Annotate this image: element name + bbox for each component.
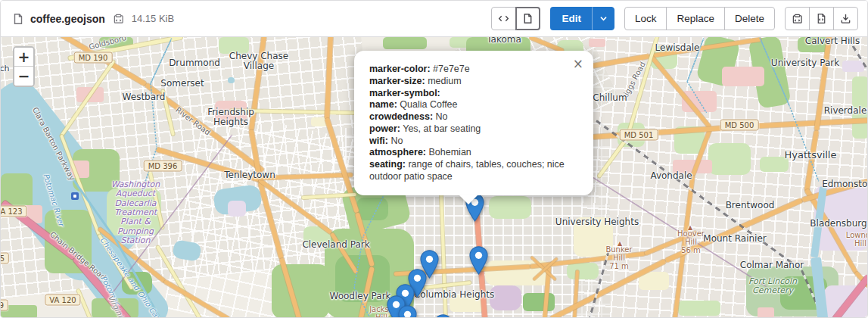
raw-actions-group: [785, 7, 858, 30]
edit-dropdown-button[interactable]: [593, 7, 614, 30]
route-shield: MD 501: [620, 129, 658, 141]
chevron-down-icon: [599, 14, 608, 23]
map-marker-pin[interactable]: [434, 314, 453, 318]
popup-tail: [459, 195, 478, 204]
map-landuse-patch: [678, 301, 720, 316]
route-shield: A 123: [1, 206, 27, 217]
place-label: ▲: [688, 225, 692, 232]
map-canvas[interactable]: MD 190MD 396MD 500MD 501A 123VA 12059 Go…: [1, 37, 868, 318]
map-landuse-patch: [758, 307, 774, 318]
place-label: Lewisdale: [655, 43, 700, 53]
route-shield: 5: [1, 253, 9, 264]
download-button[interactable]: [833, 7, 858, 30]
popup-field: wifi: No: [369, 136, 575, 148]
place-label: Tenleytown: [224, 170, 275, 180]
place-label: Westbard: [123, 92, 166, 102]
map-landuse-patch: [272, 264, 329, 318]
popup-field: marker-color: #7e7e7e: [369, 64, 575, 76]
file-icon: [12, 13, 24, 25]
route-shield: MD 190: [74, 52, 113, 64]
delete-button[interactable]: Delete: [724, 7, 775, 30]
place-label: Chillum: [593, 93, 627, 103]
copy-contents-button[interactable]: [785, 7, 810, 30]
display-rendered-button[interactable]: [515, 7, 540, 30]
place-label: Fort LincolnCemetery: [748, 277, 797, 296]
place-label: FriendshipHeights: [207, 108, 254, 128]
map-landuse-patch: [567, 263, 599, 279]
file-name: coffee.geojson: [30, 13, 105, 25]
popup-field: marker-symbol:: [369, 88, 575, 100]
place-label: Takoma: [487, 37, 521, 45]
place-label: Riverdale: [824, 106, 867, 116]
popup-field: marker-size: medium: [369, 76, 575, 88]
popup-field: name: Qualia Coffee: [369, 99, 575, 111]
map-water-patch: [228, 77, 235, 83]
place-label: University Park: [771, 58, 839, 68]
place-label: Chevy ChaseVillage: [229, 51, 288, 72]
route-shield: MD 396: [144, 161, 182, 172]
place-label: Hyattsville: [785, 150, 837, 161]
file-viewer: coffee.geojson 14.15 KiB Edit: [0, 0, 868, 318]
place-label: WashingtonAqueductDalecarliaTreatmentPla…: [111, 180, 160, 245]
map-poi-icon: [71, 192, 79, 200]
place-label: BunkerHill71 m: [605, 245, 632, 271]
map-landuse-patch: [589, 39, 605, 47]
place-label: ▲: [618, 241, 622, 248]
place-label: HooverHill56 m: [677, 229, 705, 255]
map-marker-pin[interactable]: [469, 246, 488, 275]
lock-button[interactable]: Lock: [624, 7, 667, 30]
map-landuse-patch: [708, 143, 751, 175]
place-label: Somerset: [160, 79, 204, 89]
popup-close-icon[interactable]: ×: [573, 56, 583, 71]
zoom-out-button[interactable]: −: [14, 67, 33, 86]
place-label: LowndeHill: [846, 231, 868, 248]
map-landuse-patch: [490, 285, 521, 310]
place-label: Calvert Hills: [805, 37, 860, 47]
map-popup: marker-color: #7e7e7emarker-size: medium…: [354, 51, 593, 195]
copy-file-path-button[interactable]: [113, 13, 124, 24]
popup-fields: marker-color: #7e7e7emarker-size: medium…: [369, 64, 575, 183]
popup-field: power: Yes, at bar seating: [369, 123, 575, 136]
file-header: coffee.geojson 14.15 KiB Edit: [1, 1, 867, 37]
open-raw-button[interactable]: [809, 7, 834, 30]
replace-button[interactable]: Replace: [666, 7, 725, 30]
place-label: Colmar Manor: [740, 260, 804, 270]
route-shield: MD 500: [720, 120, 759, 131]
edit-button[interactable]: Edit: [550, 7, 593, 30]
popup-field: seating: range of chairs, tables, couche…: [369, 159, 575, 183]
map-zoom-control: + −: [13, 46, 35, 87]
place-label: University Heights: [555, 217, 639, 227]
map-landuse-patch: [383, 37, 427, 49]
place-label: Avondale: [650, 171, 692, 181]
place-label: ch: [1, 64, 10, 73]
file-size: 14.15 KiB: [132, 13, 174, 24]
place-label: Drummond: [169, 58, 220, 68]
map-marker-pin[interactable]: [398, 305, 417, 318]
file-actions-group: Lock Replace Delete: [624, 7, 775, 30]
place-label: Brentwood: [726, 201, 775, 210]
map-landuse-patch: [228, 201, 246, 217]
map-landuse-patch: [489, 196, 531, 219]
map-landuse-patch: [852, 76, 868, 108]
display-source-button[interactable]: [491, 7, 516, 30]
zoom-in-button[interactable]: +: [14, 48, 33, 67]
place-label: Edmonston: [822, 179, 868, 189]
popup-field: atmosphere: Bohemian: [369, 147, 575, 159]
map-landuse-patch: [523, 293, 555, 311]
view-toggle-group: [491, 7, 540, 30]
place-label: Mount Rainier: [703, 234, 766, 244]
popup-field: crowdedness: No: [369, 111, 575, 123]
edit-split-button: Edit: [550, 7, 614, 30]
map-landuse-patch: [722, 67, 764, 86]
route-shield: 9: [1, 300, 8, 311]
route-shield: VA 120: [45, 295, 80, 306]
place-label: Woodley Park: [329, 292, 390, 301]
place-label: Cleveland Park: [302, 240, 369, 250]
place-label: Bladensburg: [810, 219, 866, 229]
